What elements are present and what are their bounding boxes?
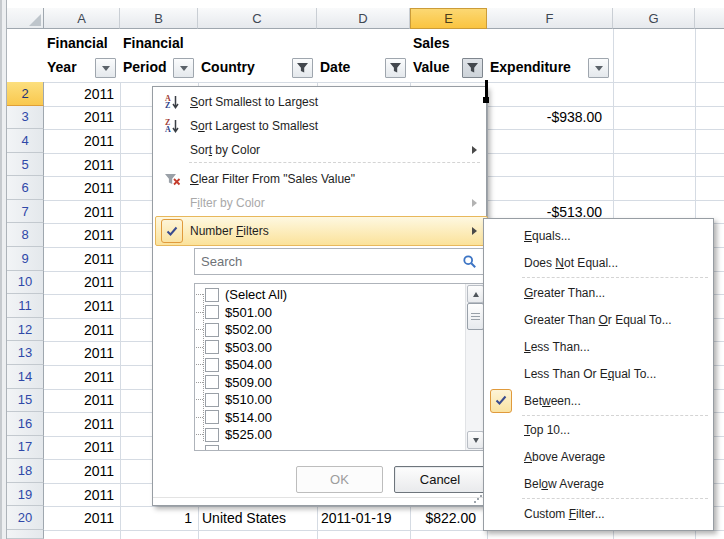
menu-item-sort-by-color[interactable]: Sort by Color	[155, 137, 488, 163]
header-cell-c[interactable]: Country	[198, 29, 317, 82]
cell-A18[interactable]: 2011	[44, 459, 119, 483]
search-icon[interactable]	[463, 255, 476, 268]
cell-A8[interactable]: 2011	[44, 223, 119, 247]
submenu-item-top-10[interactable]: Top 10...	[486, 416, 713, 443]
row-header-3[interactable]: 3	[7, 106, 44, 130]
cell-A6[interactable]: 2011	[44, 176, 119, 200]
column-header-g[interactable]: G	[613, 8, 695, 29]
value-checkbox[interactable]	[205, 445, 219, 450]
filter-button-a[interactable]	[95, 58, 116, 78]
column-header-e[interactable]: E	[410, 8, 487, 29]
submenu-item-custom-filter[interactable]: Custom Filter...	[486, 500, 713, 527]
submenu-item-above-average[interactable]: Above Average	[486, 443, 713, 470]
list-item[interactable]: $525.00	[195, 426, 466, 444]
column-header-a[interactable]: A	[44, 8, 120, 29]
menu-item-number-filters[interactable]: Number Filters	[155, 216, 488, 246]
row-header-9[interactable]: 9	[7, 247, 44, 271]
cell-A10[interactable]: 2011	[44, 271, 119, 295]
column-header-d[interactable]: D	[317, 8, 410, 29]
value-checkbox[interactable]	[205, 358, 219, 372]
filter-button-e[interactable]	[462, 58, 483, 78]
value-checkbox[interactable]	[205, 288, 219, 302]
resize-grip[interactable]	[474, 494, 483, 503]
menu-item-filter-by-color[interactable]: Filter by Color	[155, 190, 488, 216]
menu-item-sort-smallest-to-largest[interactable]: AZSort Smallest to Largest	[155, 89, 488, 115]
value-checkbox[interactable]	[205, 393, 219, 407]
cell-A20[interactable]: 2011	[44, 506, 119, 530]
row-header-20[interactable]: 20	[7, 506, 44, 530]
submenu-item-equals[interactable]: Equals...	[486, 222, 713, 249]
header-cell-b[interactable]: FinancialPeriod	[120, 29, 198, 82]
list-scrollbar[interactable]	[465, 284, 483, 450]
filter-button-c[interactable]	[292, 58, 313, 78]
row-header-5[interactable]: 5	[7, 153, 44, 177]
row-header-8[interactable]: 8	[7, 223, 44, 247]
scroll-up-button[interactable]	[467, 285, 484, 303]
row-header-15[interactable]: 15	[7, 389, 44, 413]
list-item[interactable]: $510.00	[195, 391, 466, 409]
cell-F3[interactable]: -$938.00	[487, 106, 612, 130]
value-checkbox[interactable]	[205, 340, 219, 354]
header-cell-e[interactable]: SalesValue	[410, 29, 487, 82]
value-checkbox[interactable]	[205, 375, 219, 389]
row-header-14[interactable]: 14	[7, 365, 44, 389]
cell-A5[interactable]: 2011	[44, 153, 119, 177]
scrollbar-thumb[interactable]	[467, 303, 484, 330]
submenu-item-does-not-equal[interactable]: Does Not Equal...	[486, 249, 713, 276]
row-header-17[interactable]: 17	[7, 436, 44, 460]
row-header-18[interactable]: 18	[7, 459, 44, 483]
cell-E20[interactable]: $822.00	[410, 506, 486, 530]
submenu-item-between[interactable]: Between...	[486, 387, 713, 414]
submenu-item-below-average[interactable]: Below Average	[486, 470, 713, 497]
cancel-button[interactable]: Cancel	[394, 466, 486, 493]
fill-handle[interactable]	[483, 97, 489, 103]
row-header-12[interactable]: 12	[7, 318, 44, 342]
filter-button-f[interactable]	[588, 58, 609, 78]
cell-A19[interactable]: 2011	[44, 483, 119, 507]
row-header-13[interactable]: 13	[7, 341, 44, 365]
menu-item-sort-largest-to-smallest[interactable]: ZASort Largest to Smallest	[155, 113, 488, 139]
row-header-2[interactable]: 2	[7, 82, 44, 106]
column-header-partial[interactable]	[695, 8, 724, 29]
list-item[interactable]: $504.00	[195, 356, 466, 374]
ok-button[interactable]: OK	[296, 466, 383, 493]
value-checkbox[interactable]	[205, 428, 219, 442]
column-header-b[interactable]: B	[120, 8, 198, 29]
list-item[interactable]: (Select All)	[195, 286, 466, 304]
cell-A12[interactable]: 2011	[44, 318, 119, 342]
scroll-down-button[interactable]	[467, 431, 484, 449]
cell-A7[interactable]: 2011	[44, 200, 119, 224]
column-header-c[interactable]: C	[198, 8, 317, 29]
header-cell-d[interactable]: Date	[317, 29, 410, 82]
list-item[interactable]: $514.00	[195, 409, 466, 427]
header-cell-f[interactable]: Expenditure	[487, 29, 613, 82]
cell-D20[interactable]: 2011-01-19	[317, 506, 409, 530]
row-header-11[interactable]: 11	[7, 294, 44, 318]
row-header-6[interactable]: 6	[7, 176, 44, 200]
cell-C20[interactable]: United States	[198, 506, 316, 530]
row-header-partial[interactable]	[7, 530, 44, 539]
filter-button-b[interactable]	[173, 58, 194, 78]
cell-A11[interactable]: 2011	[44, 294, 119, 318]
row-header-19[interactable]: 19	[7, 483, 44, 507]
list-item[interactable]: $501.00	[195, 304, 466, 322]
header-cell-a[interactable]: FinancialYear	[44, 29, 120, 82]
cell-A9[interactable]: 2011	[44, 247, 119, 271]
submenu-item-greater-than-or-equal-to[interactable]: Greater Than Or Equal To...	[486, 306, 713, 333]
row-header-10[interactable]: 10	[7, 271, 44, 295]
search-input[interactable]	[199, 253, 463, 270]
value-checkbox[interactable]	[205, 305, 219, 319]
filter-button-d[interactable]	[385, 58, 406, 78]
row-header-7[interactable]: 7	[7, 200, 44, 224]
cell-A13[interactable]: 2011	[44, 341, 119, 365]
cell-A17[interactable]: 2011	[44, 436, 119, 460]
list-item[interactable]: $503.00	[195, 339, 466, 357]
submenu-item-less-than[interactable]: Less Than...	[486, 333, 713, 360]
row-header-16[interactable]: 16	[7, 412, 44, 436]
cell-A14[interactable]: 2011	[44, 365, 119, 389]
cell-A16[interactable]: 2011	[44, 412, 119, 436]
list-item[interactable]	[195, 444, 466, 451]
cell-A3[interactable]: 2011	[44, 106, 119, 130]
submenu-item-less-than-or-equal-to[interactable]: Less Than Or Equal To...	[486, 360, 713, 387]
cell-A4[interactable]: 2011	[44, 129, 119, 153]
